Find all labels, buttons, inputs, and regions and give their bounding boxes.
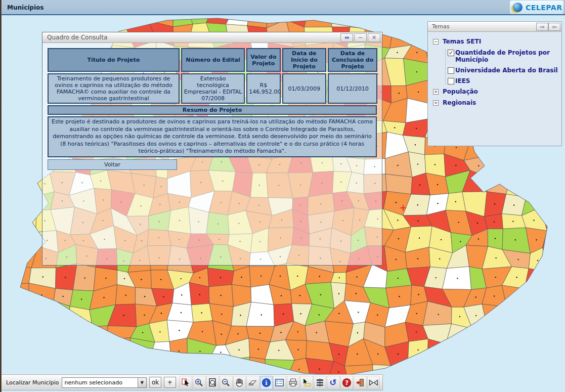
select-tool-button[interactable] (180, 376, 193, 389)
expand-icon[interactable]: + (433, 100, 439, 106)
checkbox-checked-icon[interactable]: ✓ (448, 50, 454, 56)
temas-panel-title: Temas (432, 23, 536, 30)
celepar-logo: CELEPAR (510, 1, 563, 14)
theme-label-projetos[interactable]: Quantidade de Projetos por Município (455, 49, 563, 63)
theme-label-iees[interactable]: IEES (455, 77, 470, 84)
quadro-de-consulta-dialog: Quadro de Consulta ⇔ − ✕ Título do Proje… (42, 32, 382, 266)
temas-seti-children: ✓ Quantidade de Projetos por Município U… (445, 49, 558, 84)
dialog-close-button[interactable]: ✕ (368, 33, 380, 42)
cell-edital: Extensão tecnológica Empresarial - EDITA… (181, 73, 245, 104)
refresh-button[interactable]: ↺ (327, 376, 340, 389)
municipio-dropdown-value: nenhum selecionado (62, 379, 137, 386)
chevron-down-icon[interactable]: ▼ (138, 378, 146, 387)
ok-button[interactable]: ok (149, 377, 161, 388)
svg-text:i: i (265, 379, 268, 386)
themes-tree: − Temas SETI ✓ Quantidade de Projetos po… (428, 32, 561, 106)
panel-dock-left-button[interactable]: ⇦ (548, 23, 560, 31)
zoom-out-button[interactable] (220, 376, 233, 389)
tree-node-populacao[interactable]: + População (433, 88, 558, 95)
project-table-header-row: Título do Projeto Número do Edital Valor… (48, 48, 377, 72)
col-header-edital: Número do Edital (181, 48, 245, 72)
tree-label-populacao[interactable]: População (443, 88, 478, 95)
cell-valor: R$ 146,952.00 (246, 73, 280, 104)
info-button[interactable]: i (260, 376, 273, 389)
expand-icon[interactable]: + (433, 89, 439, 95)
checkbox-unchecked-icon[interactable] (448, 67, 454, 74)
dialog-minimize-button[interactable]: − (354, 33, 367, 42)
dialog-move-button[interactable]: ⇔ (340, 33, 353, 42)
dialog-title: Quadro de Consulta (47, 34, 339, 41)
pan-button[interactable] (233, 376, 246, 389)
theme-item-uab[interactable]: Universidade Aberta do Brasil (448, 67, 563, 74)
window-left-edge (0, 0, 2, 392)
checkbox-unchecked-icon[interactable] (448, 78, 454, 84)
panel-dock-right-button[interactable]: ⇨ (536, 23, 548, 31)
cell-titulo: Treinamento de pequenos produtores de ov… (48, 73, 180, 104)
locate-municipio-label: Localizar Município (6, 379, 59, 386)
add-button[interactable]: + (164, 377, 176, 388)
col-header-inicio: Data de Início do Projeto (282, 48, 327, 72)
col-header-titulo: Título do Projeto (48, 48, 180, 72)
eraser-button[interactable] (246, 376, 259, 389)
tree-node-regionais[interactable]: + Regionais (433, 99, 558, 106)
map-toolbar: Localizar Município nenhum selecionado ▼… (1, 374, 383, 390)
fit-button[interactable] (367, 376, 380, 389)
exit-button[interactable] (354, 376, 367, 389)
dialog-body: Título do Projeto Número do Edital Valor… (42, 43, 382, 170)
collapse-icon[interactable]: − (433, 39, 439, 45)
project-table: Título do Projeto Número do Edital Valor… (46, 47, 379, 105)
col-header-valor: Valor do Projeto (246, 48, 280, 72)
cell-inicio: 01/03/2009 (282, 73, 327, 104)
resumo-header: Resumo do Projeto (48, 105, 377, 115)
temas-panel: Temas ⇨ ⇦ − Temas SETI ✓ Quantidade de P… (427, 21, 562, 146)
page-title: Municípios (7, 4, 44, 11)
celepar-logo-text: CELEPAR (526, 4, 562, 12)
legend-button[interactable] (273, 376, 286, 389)
svg-text:?: ? (345, 379, 349, 386)
voltar-button[interactable]: Voltar (48, 159, 177, 170)
top-bar: Municípios CELEPAR (0, 0, 565, 15)
svg-text:↺: ↺ (330, 378, 337, 387)
tree-label-regionais[interactable]: Regionais (443, 99, 476, 106)
cell-conclusao: 01/12/2010 (328, 73, 377, 104)
theme-label-uab[interactable]: Universidade Aberta do Brasil (455, 67, 558, 74)
theme-item-projetos[interactable]: ✓ Quantidade de Projetos por Município (448, 49, 563, 63)
tooltip-button[interactable] (300, 376, 313, 389)
print-button[interactable] (287, 376, 300, 389)
app-window: Municípios CELEPAR Temas ⇨ ⇦ − Temas SET… (0, 0, 565, 392)
project-table-data-row: Treinamento de pequenos produtores de ov… (48, 73, 377, 104)
celepar-globe-icon (513, 3, 523, 12)
theme-item-iees[interactable]: IEES (448, 77, 563, 84)
temas-panel-header: Temas ⇨ ⇦ (428, 22, 561, 32)
measure-button[interactable] (314, 376, 327, 389)
col-header-conclusao: Data de Conclusão do Projeto (328, 48, 377, 72)
zoom-extent-button[interactable] (206, 376, 220, 389)
resumo-text: Este projeto é destinado a produtores de… (48, 116, 377, 157)
tree-label-temas-seti[interactable]: Temas SETI (443, 38, 481, 45)
municipio-dropdown[interactable]: nenhum selecionado ▼ (62, 377, 146, 388)
tree-node-temas-seti[interactable]: − Temas SETI (433, 38, 558, 45)
help-button[interactable]: ? (340, 376, 354, 389)
dialog-titlebar[interactable]: Quadro de Consulta ⇔ − ✕ (42, 32, 382, 43)
zoom-in-button[interactable] (193, 376, 206, 389)
